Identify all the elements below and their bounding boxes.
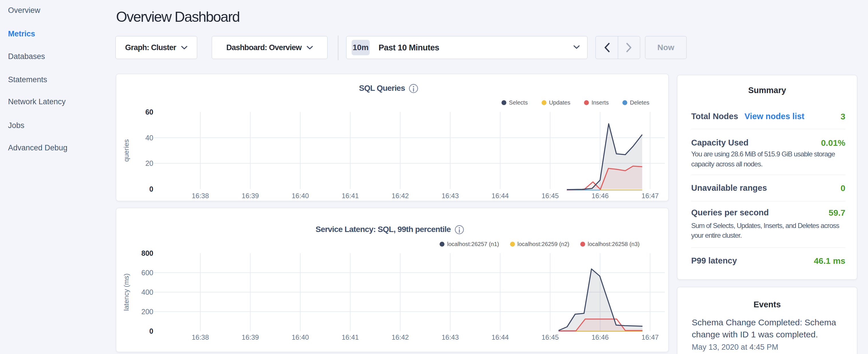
- svg-text:16:47: 16:47: [642, 192, 659, 200]
- svg-text:16:40: 16:40: [292, 192, 309, 200]
- svg-text:16:43: 16:43: [442, 192, 459, 200]
- svg-text:16:39: 16:39: [242, 192, 259, 200]
- svg-text:queries: queries: [122, 139, 130, 162]
- svg-text:200: 200: [141, 308, 153, 316]
- svg-text:16:45: 16:45: [541, 192, 559, 200]
- svg-text:16:42: 16:42: [392, 333, 409, 341]
- svg-text:16:44: 16:44: [492, 192, 509, 200]
- svg-text:800: 800: [141, 249, 153, 257]
- svg-text:16:40: 16:40: [292, 333, 309, 341]
- svg-text:16:41: 16:41: [342, 333, 359, 341]
- svg-text:0: 0: [149, 185, 153, 193]
- svg-text:20: 20: [145, 159, 153, 167]
- svg-text:16:43: 16:43: [442, 333, 459, 341]
- svg-text:16:41: 16:41: [342, 192, 359, 200]
- svg-text:16:47: 16:47: [642, 333, 659, 341]
- svg-text:16:46: 16:46: [591, 333, 609, 341]
- svg-text:16:38: 16:38: [192, 192, 209, 200]
- svg-text:600: 600: [141, 269, 153, 277]
- svg-text:16:45: 16:45: [541, 333, 559, 341]
- svg-text:16:44: 16:44: [492, 333, 509, 341]
- svg-text:60: 60: [145, 108, 153, 116]
- svg-text:40: 40: [145, 134, 153, 142]
- svg-text:0: 0: [149, 327, 153, 335]
- svg-text:16:42: 16:42: [392, 192, 409, 200]
- svg-text:16:46: 16:46: [591, 192, 609, 200]
- svg-text:400: 400: [141, 288, 153, 296]
- svg-text:latency (ms): latency (ms): [122, 273, 130, 311]
- svg-text:16:39: 16:39: [242, 333, 259, 341]
- svg-text:16:38: 16:38: [192, 333, 209, 341]
